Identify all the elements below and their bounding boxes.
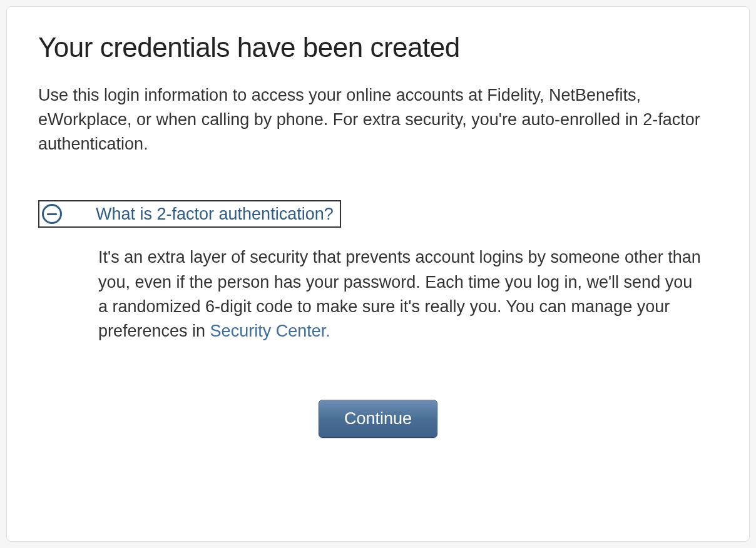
- credentials-card: Your credentials have been created Use t…: [6, 6, 750, 542]
- accordion-body: It's an extra layer of security that pre…: [38, 245, 718, 343]
- security-center-link[interactable]: Security Center.: [210, 322, 330, 340]
- intro-text: Use this login information to access you…: [38, 83, 718, 156]
- collapse-minus-icon: [42, 204, 62, 224]
- page-title: Your credentials have been created: [38, 32, 718, 63]
- button-row: Continue: [38, 400, 718, 438]
- continue-button[interactable]: Continue: [319, 400, 437, 438]
- accordion-body-text: It's an extra layer of security that pre…: [98, 248, 701, 340]
- accordion-toggle-2fa[interactable]: What is 2-factor authentication?: [38, 200, 341, 228]
- accordion-title: What is 2-factor authentication?: [96, 205, 334, 224]
